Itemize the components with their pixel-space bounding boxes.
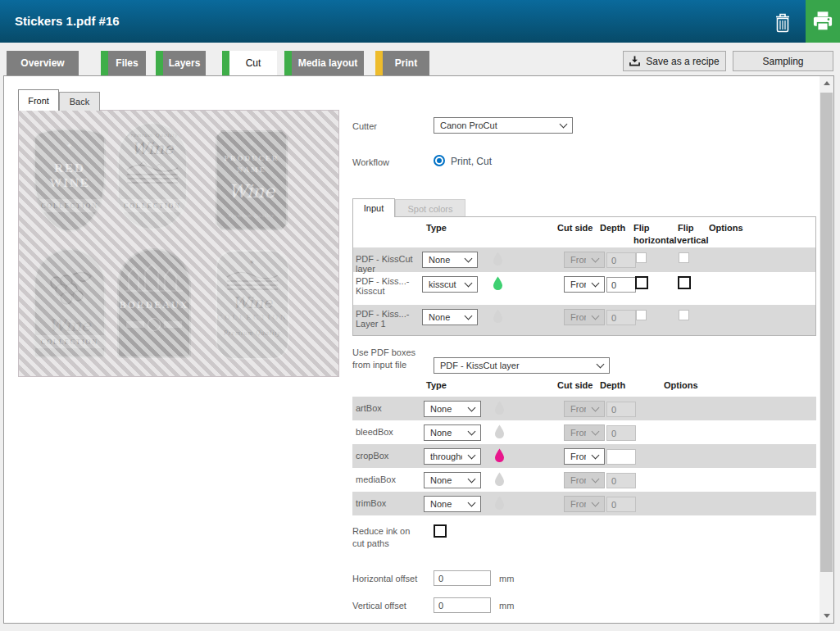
wine-label-grapes: Wine COLLECTION [34,248,106,358]
wine-label-producer-name: ◇ PRODUCER NAME Wine Premium Quality [216,130,288,230]
type-select-value: throughcut [430,452,462,461]
type-select[interactable]: None [422,309,478,325]
label-script: Wine [35,316,104,335]
save-as-recipe-label: Save as a recipe [646,56,719,67]
scrollbar-thumb[interactable] [820,93,833,572]
depth-input[interactable] [606,449,636,465]
tab-cut-status-indicator [222,51,229,75]
tab-overview[interactable]: Overview [7,51,79,75]
chevron-down-icon [597,361,605,369]
col-header-flip-vertical: Flip [678,223,694,233]
type-select-value: None [430,475,462,485]
tab-input-label: Input [364,203,384,213]
color-droplet-icon [493,252,503,266]
type-select[interactable]: kisscut [422,276,478,293]
scrollbar-down-arrow[interactable] [820,609,833,623]
depth-input[interactable] [606,277,636,293]
tab-files[interactable]: Files [101,51,146,75]
cutter-select-value: Canon ProCut [440,120,554,130]
col-header-flip-horizontal-2: horizontal [633,235,677,245]
row-label: trimBox [356,498,386,508]
printer-icon [811,10,834,33]
cut-side-select: Front [564,424,605,441]
color-droplet-icon [494,472,505,486]
cut-side-value: Front [570,475,586,485]
vertical-offset-input[interactable] [434,597,491,613]
tab-layers-status-indicator [156,51,163,75]
workflow-radio-print-cut[interactable] [434,155,445,166]
cut-side-select: Front [564,401,605,417]
chevron-down-icon [592,312,600,320]
wine-label-bordeaux: BORDEAUX [117,248,191,358]
reduce-ink-checkbox[interactable] [434,524,447,538]
tab-files-status-indicator [101,51,108,75]
cutter-label: Cutter [352,121,377,131]
cut-side-select[interactable]: Front [564,276,605,293]
chevron-down-icon [592,428,600,436]
label-script: Wine [119,138,186,158]
cut-side-select[interactable]: Front [564,448,605,465]
tab-layers-label: Layers [163,51,206,75]
horizontal-offset-input[interactable] [434,570,491,586]
workflow-label: Workflow [352,157,389,167]
depth-input [606,402,636,417]
row-label: PDF - Kiss...- Layer 1 [356,309,425,329]
tab-cut[interactable]: Cut [222,51,277,75]
vertical-scrollbar[interactable] [820,76,833,623]
cut-side-value: Front [570,404,586,414]
type-select[interactable]: None [424,424,481,441]
print-button[interactable] [806,0,840,43]
depth-input [606,252,636,268]
type-select[interactable]: None [424,472,481,488]
tab-input[interactable]: Input [352,198,395,217]
preview-tab-back-label: Back [70,97,89,107]
chevron-down-icon [592,255,600,263]
col-header-flip-vertical-2: vertical [677,235,709,245]
cut-side-value: Front [570,279,586,289]
reduce-ink-label-1: Reduce ink on [352,526,410,536]
label-band: COLLECTION [217,313,288,321]
flip-vertical-checkbox [679,252,689,263]
chevron-down-icon [468,428,476,436]
chevron-down-icon [468,404,476,412]
label-band: COLLECTION [119,199,186,212]
row-label: PDF - KissCut layer [356,254,421,274]
tab-media-layout-status-indicator [284,51,292,75]
type-select[interactable]: None [424,401,481,417]
grapes-sketch [40,268,99,311]
cut-side-select: Front [564,472,605,488]
type-select[interactable]: None [422,252,478,268]
color-droplet-icon [493,309,503,323]
tab-layers[interactable]: Layers [156,51,206,75]
cutter-select[interactable]: Canon ProCut [434,117,573,134]
flip-horizontal-checkbox[interactable] [635,276,648,289]
save-as-recipe-button[interactable]: Save as a recipe [623,51,726,71]
label-band: COLLECTION [35,199,104,212]
use-pdf-boxes-select[interactable]: PDF - KissCut layer [434,357,610,374]
label-script: Wine [217,293,288,311]
preview-tab-front[interactable]: Front [18,89,59,111]
preview-tab-back[interactable]: Back [59,92,100,111]
use-pdf-boxes-label-2: from input file [352,360,406,370]
scrollbar-up-arrow[interactable] [820,76,833,90]
tab-media-layout[interactable]: Media layout [284,51,364,75]
tab-cut-label: Cut [229,51,277,75]
preview-tab-front-label: Front [28,96,49,106]
flip-vertical-checkbox[interactable] [678,276,691,289]
tab-print[interactable]: Print [375,51,429,75]
cut-side-value: Front [570,428,586,438]
delete-button[interactable] [769,9,797,35]
type-select-value: None [430,499,462,509]
color-droplet-icon [494,496,505,510]
trash-icon [774,11,792,34]
type-select[interactable]: throughcut [424,448,481,465]
tab-print-status-indicator [375,51,383,75]
sampling-button[interactable]: Sampling [733,51,833,71]
tab-spot-colors-label: Spot colors [407,204,452,214]
chevron-down-icon [465,312,473,320]
col-header-flip-horizontal: Flip [633,223,650,233]
type-select[interactable]: None [424,496,481,512]
title-bar: Stickers 1.pdf #16 [0,0,840,43]
chevron-down-icon [465,279,473,288]
cut-side-value: Front [570,452,586,461]
